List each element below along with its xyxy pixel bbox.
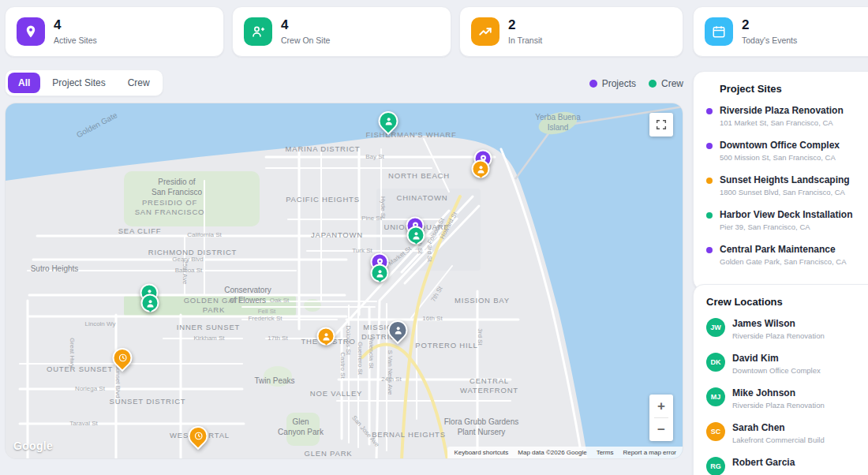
site-name: Harbor View Deck Installation bbox=[720, 209, 853, 220]
filter-tab[interactable]: Project Sites bbox=[42, 73, 115, 93]
project-sites-panel: Project Sites Riverside Plaza Renovation… bbox=[693, 71, 868, 290]
map-marker-person[interactable] bbox=[317, 327, 335, 346]
map-attribution: Keyboard shortcutsMap data ©2026 GoogleT… bbox=[447, 447, 683, 458]
pin-shape bbox=[108, 344, 136, 372]
map-marker-person[interactable] bbox=[472, 160, 490, 178]
project-sites-list: Riverside Plaza Renovation 101 Market St… bbox=[706, 105, 868, 269]
stat-texts: 4 Crew On Site bbox=[281, 18, 330, 45]
map-marker-person[interactable] bbox=[379, 111, 398, 131]
project-site-item[interactable]: Riverside Plaza Renovation 101 Market St… bbox=[706, 105, 868, 130]
attribution-link[interactable]: Map data ©2026 Google bbox=[518, 449, 586, 456]
stat-value: 4 bbox=[54, 18, 97, 33]
crew-assignment: Downtown Office Complex bbox=[732, 366, 821, 375]
crew-name: James Wilson bbox=[732, 318, 825, 329]
crew-member-item[interactable]: MJ Mike Johnson Riverside Plaza Renovati… bbox=[706, 387, 868, 413]
dashboard: 4 Active Sites 4 Crew On Site 2 In Trans… bbox=[0, 0, 868, 475]
map-marker-person[interactable] bbox=[371, 264, 389, 282]
stat-value: 4 bbox=[281, 18, 330, 33]
avatar: RG bbox=[706, 457, 725, 475]
map-marker-person[interactable] bbox=[407, 226, 425, 245]
avatar: JW bbox=[706, 318, 725, 337]
crew-locations-list: JW James Wilson Riverside Plaza Renovati… bbox=[706, 318, 868, 475]
map-marker-person[interactable] bbox=[141, 294, 159, 312]
stat-texts: 4 Active Sites bbox=[54, 18, 97, 45]
attribution-link[interactable]: Keyboard shortcuts bbox=[454, 449, 508, 456]
fullscreen-button[interactable] bbox=[649, 113, 673, 137]
site-color-dot-icon bbox=[706, 247, 713, 253]
legend-item: Projects bbox=[589, 78, 636, 89]
crew-locations-panel: Crew Locations JW James Wilson Riverside… bbox=[693, 284, 868, 475]
site-texts: Riverside Plaza Renovation 101 Market St… bbox=[720, 105, 844, 130]
filter-tab[interactable]: Crew bbox=[118, 73, 160, 93]
stat-texts: 2 In Transit bbox=[508, 18, 542, 45]
crew-member-item[interactable]: JW James Wilson Riverside Plaza Renovati… bbox=[706, 318, 868, 344]
site-name: Downtown Office Complex bbox=[720, 140, 840, 151]
stat-card: 2 Today's Events bbox=[693, 6, 868, 57]
site-color-dot-icon bbox=[706, 178, 713, 184]
crew-member-item[interactable]: DK David Kim Downtown Office Complex bbox=[706, 353, 868, 379]
stat-card: 2 In Transit bbox=[459, 6, 683, 57]
stat-value: 2 bbox=[508, 18, 542, 33]
attribution-link[interactable]: Terms bbox=[597, 449, 614, 456]
filter-tab[interactable]: All bbox=[8, 73, 40, 93]
crew-texts: Robert Garcia bbox=[732, 457, 795, 470]
site-color-dot-icon bbox=[706, 143, 713, 149]
project-site-item[interactable]: Central Park Maintenance Golden Gate Par… bbox=[706, 244, 868, 269]
map-filter-tabs: AllProject SitesCrew bbox=[5, 69, 163, 96]
site-name: Sunset Heights Landscaping bbox=[720, 174, 850, 185]
crew-name: Sarah Chen bbox=[732, 422, 825, 433]
crew-name: Robert Garcia bbox=[732, 457, 795, 468]
avatar: DK bbox=[706, 353, 725, 372]
avatar: MJ bbox=[706, 387, 725, 406]
pin-shape bbox=[383, 316, 411, 344]
site-address: 1800 Sunset Blvd, San Francisco, CA bbox=[720, 188, 850, 196]
zoom-control[interactable]: + − bbox=[649, 395, 673, 441]
zoom-out-button[interactable]: − bbox=[657, 423, 665, 436]
crew-texts: James Wilson Riverside Plaza Renovation bbox=[732, 318, 825, 340]
site-address: Pier 39, San Francisco, CA bbox=[720, 223, 853, 231]
map-marker-clock[interactable] bbox=[113, 348, 133, 368]
site-texts: Central Park Maintenance Golden Gate Par… bbox=[720, 244, 847, 269]
site-name: Riverside Plaza Renovation bbox=[720, 105, 844, 116]
legend-label: Projects bbox=[602, 78, 636, 89]
project-site-item[interactable]: Downtown Office Complex 500 Mission St, … bbox=[706, 140, 868, 165]
project-site-item[interactable]: Sunset Heights Landscaping 1800 Sunset B… bbox=[706, 174, 868, 200]
site-texts: Harbor View Deck Installation Pier 39, S… bbox=[720, 209, 853, 234]
site-address: Golden Gate Park, San Francisco, CA bbox=[720, 257, 847, 266]
pin-shape bbox=[184, 422, 211, 450]
crew-assignment: Lakefront Commercial Build bbox=[732, 436, 825, 444]
site-address: 500 Mission St, San Francisco, CA bbox=[720, 153, 840, 162]
pin-shape bbox=[374, 107, 402, 135]
fullscreen-icon bbox=[655, 118, 668, 131]
map-canvas[interactable]: Golden GateFISHERMAN'S WHARFYerba Buena … bbox=[5, 103, 683, 459]
map-marker-clock[interactable] bbox=[189, 426, 208, 446]
stat-label: In Transit bbox=[508, 36, 542, 45]
legend-item: Crew bbox=[649, 78, 683, 89]
project-site-item[interactable]: Harbor View Deck Installation Pier 39, S… bbox=[706, 209, 868, 234]
map-marker-person[interactable] bbox=[388, 320, 408, 340]
attribution-link[interactable]: Report a map error bbox=[623, 449, 676, 456]
crew-texts: Sarah Chen Lakefront Commercial Build bbox=[732, 422, 825, 444]
crew-name: Mike Johnson bbox=[732, 387, 825, 398]
stat-label: Active Sites bbox=[54, 36, 97, 45]
site-color-dot-icon bbox=[706, 212, 713, 219]
avatar: SC bbox=[706, 422, 725, 441]
stat-label: Crew On Site bbox=[281, 36, 330, 45]
crew-member-item[interactable]: RG Robert Garcia bbox=[706, 457, 868, 475]
pin-icon bbox=[17, 17, 45, 46]
stat-card: 4 Active Sites bbox=[5, 6, 224, 57]
crew-icon bbox=[244, 17, 272, 46]
google-logo: Google bbox=[13, 439, 53, 452]
trend-icon bbox=[471, 17, 499, 46]
legend-dot-icon bbox=[589, 80, 597, 88]
crew-member-item[interactable]: SC Sarah Chen Lakefront Commercial Build bbox=[706, 422, 868, 448]
zoom-divider bbox=[654, 417, 668, 418]
stat-texts: 2 Today's Events bbox=[742, 18, 797, 45]
map-markers-layer bbox=[6, 103, 683, 458]
legend-dot-icon bbox=[649, 80, 657, 88]
stat-label: Today's Events bbox=[742, 36, 797, 45]
calendar-icon bbox=[705, 17, 733, 46]
stat-card: 4 Crew On Site bbox=[232, 6, 451, 57]
zoom-in-button[interactable]: + bbox=[657, 399, 665, 413]
crew-texts: Mike Johnson Riverside Plaza Renovation bbox=[732, 387, 825, 410]
